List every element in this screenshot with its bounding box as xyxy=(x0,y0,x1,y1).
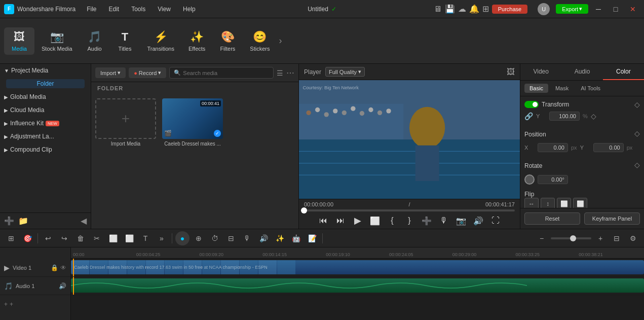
user-avatar[interactable]: U xyxy=(538,3,550,15)
y-keyframe-icon[interactable]: ◇ xyxy=(591,112,596,120)
toolbar-effects[interactable]: ✨ Effects xyxy=(181,27,212,55)
quality-select[interactable]: Full Quality ▾ xyxy=(325,67,365,77)
tab-video[interactable]: Video xyxy=(520,64,561,80)
tab-color[interactable]: Color xyxy=(603,64,644,80)
grid-icon[interactable]: ⊞ xyxy=(482,4,489,14)
flip-option4-button[interactable]: ⬜ xyxy=(573,198,587,208)
zoom-in-button[interactable]: + xyxy=(593,231,608,245)
record-timeline-button[interactable]: 🎙 xyxy=(240,231,254,245)
transform-keyframe-icon[interactable]: ◇ xyxy=(634,100,640,109)
menu-edit[interactable]: Edit xyxy=(106,5,123,14)
flip-vertical-button[interactable]: ↕ xyxy=(541,198,555,208)
flip-option3-button[interactable]: ⬜ xyxy=(557,198,571,208)
import-button[interactable]: Import ▾ xyxy=(95,67,126,78)
voiceover-button[interactable]: 🎙 xyxy=(438,215,450,227)
pos-x-value[interactable]: 0.00 xyxy=(538,143,568,152)
toolbar-stock-media[interactable]: 📷 Stock Media xyxy=(34,27,80,55)
bell-icon[interactable]: 🔔 xyxy=(469,4,479,14)
menu-tools[interactable]: Tools xyxy=(128,5,148,14)
zoom-slider[interactable] xyxy=(551,237,591,239)
snapshot-button[interactable]: 📷 xyxy=(455,215,467,227)
video-media-item[interactable]: 00:00:41 ✓ 🎬 Caeleb Dressel makes ... xyxy=(162,98,223,225)
adjustment-layers-section[interactable]: ▶ Adjustment La... xyxy=(0,130,91,143)
add-folder-icon[interactable]: ➕ xyxy=(4,216,14,226)
video1-eye-icon[interactable]: 👁 xyxy=(60,264,66,271)
search-box[interactable]: 🔍 xyxy=(169,67,274,79)
audio1-mute-icon[interactable]: 🔊 xyxy=(59,282,66,290)
subtab-basic[interactable]: Basic xyxy=(524,84,548,93)
import-media-item[interactable]: + Import Media xyxy=(95,98,156,225)
monitor-icon[interactable]: 💾 xyxy=(445,4,455,14)
timeline-target-button[interactable]: 🎯 xyxy=(20,231,34,245)
add-video-track-button[interactable]: + xyxy=(4,301,8,308)
audio-timeline-button[interactable]: 🔊 xyxy=(256,231,271,245)
add-to-timeline-button[interactable]: ➕ xyxy=(421,215,433,227)
skip-back-button[interactable]: ⏮ xyxy=(317,215,329,227)
project-media-section[interactable]: ▼ Project Media xyxy=(0,64,91,77)
keyframe-panel-button[interactable]: Keyframe Panel xyxy=(584,212,640,225)
play-button[interactable]: ▶ xyxy=(352,215,364,227)
reset-button[interactable]: Reset xyxy=(524,212,580,225)
delete-button[interactable]: 🗑 xyxy=(73,231,88,245)
cloud-media-section[interactable]: ▶ Cloud Media xyxy=(0,103,91,117)
filter-icon[interactable]: ☰ xyxy=(277,69,283,77)
tab-audio[interactable]: Audio xyxy=(561,64,602,80)
settings-timeline-button[interactable]: ⚙ xyxy=(626,231,640,245)
preview-progress-bar[interactable] xyxy=(304,209,515,211)
toolbar-titles[interactable]: T Titles xyxy=(110,27,140,55)
undo-button[interactable]: ↩ xyxy=(41,231,55,245)
menu-file[interactable]: File xyxy=(84,5,99,14)
transform-timeline-button[interactable]: ⬜ xyxy=(122,231,136,245)
menu-view[interactable]: View xyxy=(155,5,174,14)
video1-lock-icon[interactable]: 🔒 xyxy=(51,264,58,271)
toolbar-more-button[interactable]: › xyxy=(277,35,284,46)
layout-button[interactable]: ⊟ xyxy=(610,231,624,245)
zoom-out-button[interactable]: − xyxy=(535,231,549,245)
search-input[interactable] xyxy=(183,70,269,76)
effects-timeline-button[interactable]: ✨ xyxy=(273,231,287,245)
cut-button[interactable]: ✂ xyxy=(90,231,104,245)
menu-help[interactable]: Help xyxy=(180,5,199,14)
in-point-button[interactable]: { xyxy=(386,215,398,227)
cloud-icon[interactable]: ☁ xyxy=(458,4,466,14)
crop-button[interactable]: ⬜ xyxy=(369,215,381,227)
toolbar-transitions[interactable]: ⚡ Transitions xyxy=(140,27,181,55)
stabilize-button[interactable]: ⊟ xyxy=(224,231,238,245)
toolbar-stickers[interactable]: 😊 Stickers xyxy=(243,27,277,55)
video1-track-row[interactable]: Caeleb Dressel makes history with record… xyxy=(71,259,644,277)
timeline-snap-button[interactable]: ⊞ xyxy=(4,231,18,245)
pos-y-value[interactable]: 0.00 xyxy=(593,143,624,152)
position-keyframe-icon[interactable]: ◇ xyxy=(634,129,640,137)
more-options-icon[interactable]: ⋯ xyxy=(286,68,294,78)
step-back-button[interactable]: ⏭ xyxy=(334,215,347,227)
toolbar-filters[interactable]: 🎨 Filters xyxy=(212,27,243,55)
out-point-button[interactable]: } xyxy=(403,215,415,227)
influence-kit-section[interactable]: ▶ Influence Kit NEW xyxy=(0,117,91,130)
purchase-button[interactable]: Purchase xyxy=(492,5,527,14)
transform-toggle[interactable] xyxy=(524,101,539,108)
minimize-button[interactable]: ─ xyxy=(591,4,605,14)
record-button[interactable]: ● Record ▾ xyxy=(129,67,166,78)
rotate-value[interactable]: 0.00° xyxy=(538,175,568,184)
smart-cutout-button[interactable]: ● xyxy=(175,231,190,245)
more-timeline-button[interactable]: » xyxy=(155,231,169,245)
ai-effect-button[interactable]: 🤖 xyxy=(289,231,303,245)
motion-track-button[interactable]: ⊕ xyxy=(192,231,206,245)
global-media-section[interactable]: ▶ Global Media xyxy=(0,90,91,103)
zoom-thumb[interactable] xyxy=(570,235,576,241)
compound-clip-section[interactable]: ▶ Compound Clip xyxy=(0,143,91,156)
preview-progress-thumb[interactable] xyxy=(301,207,307,214)
audio1-track-row[interactable] xyxy=(71,277,644,295)
close-button[interactable]: ✕ xyxy=(626,4,640,14)
audio-button[interactable]: 🔊 xyxy=(472,215,484,227)
collapse-panel-icon[interactable]: ◀ xyxy=(81,216,87,226)
toolbar-audio[interactable]: 🎵 Audio xyxy=(80,27,110,55)
toolbar-media[interactable]: 🖼 Media xyxy=(4,27,34,55)
import-placeholder[interactable]: + xyxy=(95,98,156,139)
redo-button[interactable]: ↪ xyxy=(57,231,71,245)
caption-button[interactable]: 📝 xyxy=(305,231,319,245)
y-value[interactable]: 100.00 xyxy=(549,112,580,121)
add-audio-track-button[interactable]: + xyxy=(10,301,13,308)
text-button[interactable]: T xyxy=(138,231,153,245)
folder-icon[interactable]: 📁 xyxy=(18,216,28,226)
